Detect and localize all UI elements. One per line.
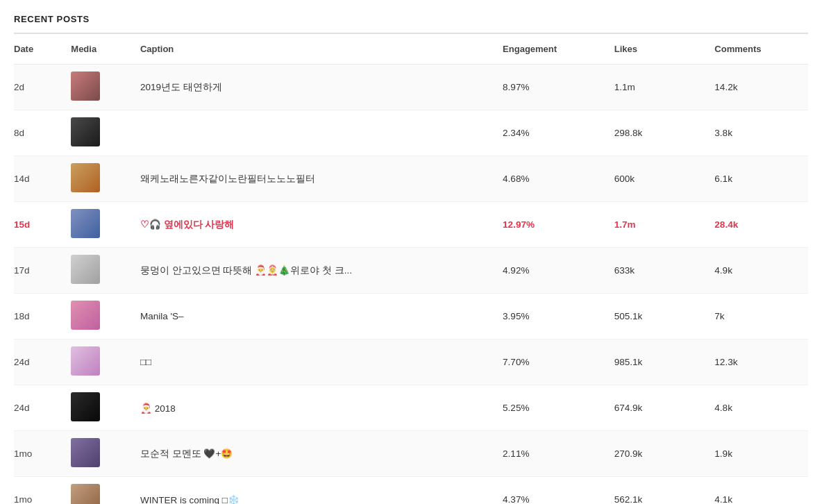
- cell-likes: 1.1m: [607, 65, 708, 110]
- cell-media: [64, 385, 133, 431]
- cell-media: [64, 202, 133, 248]
- cell-engagement: 4.37%: [496, 477, 607, 505]
- table-row[interactable]: 24d🎅 20185.25%674.9k4.8k: [14, 385, 808, 431]
- cell-date: 2d: [14, 65, 64, 110]
- cell-media: [64, 65, 133, 110]
- media-thumbnail: [71, 117, 100, 146]
- cell-caption: □□: [133, 339, 496, 385]
- cell-likes: 505.1k: [607, 294, 708, 339]
- media-thumbnail: [71, 438, 100, 467]
- media-thumbnail: [71, 301, 100, 330]
- table-row[interactable]: 1mo모순적 모멘또 🖤+🤩2.11%270.9k1.9k: [14, 431, 808, 477]
- cell-caption: Manila 'S–: [133, 294, 496, 339]
- cell-date: 18d: [14, 294, 64, 339]
- media-thumbnail: [71, 484, 100, 504]
- cell-caption: ♡🎧 옆에있다 사랑해: [133, 202, 496, 248]
- table-body: 2d2019년도 태연하게8.97%1.1m14.2k8d2.34%298.8k…: [14, 65, 808, 505]
- cell-caption: 2019년도 태연하게: [133, 65, 496, 110]
- cell-media: [64, 156, 133, 202]
- cell-date: 24d: [14, 385, 64, 431]
- media-thumbnail: [71, 255, 100, 284]
- table-row[interactable]: 17d뭉멍이 안고있으면 따뜻해 🎅🤶🎄위로야 첫 크...4.92%633k4…: [14, 248, 808, 294]
- cell-comments: 3.8k: [707, 110, 808, 156]
- cell-comments: 7k: [707, 294, 808, 339]
- cell-media: [64, 477, 133, 505]
- cell-comments: 4.1k: [707, 477, 808, 505]
- cell-date: 1mo: [14, 477, 64, 505]
- cell-caption: WINTER is coming □❄️: [133, 477, 496, 505]
- cell-engagement: 8.97%: [496, 65, 607, 110]
- cell-media: [64, 110, 133, 156]
- cell-date: 24d: [14, 339, 64, 385]
- cell-likes: 633k: [607, 248, 708, 294]
- cell-engagement: 7.70%: [496, 339, 607, 385]
- col-header-date: Date: [14, 34, 64, 65]
- cell-engagement: 3.95%: [496, 294, 607, 339]
- cell-likes: 674.9k: [607, 385, 708, 431]
- cell-date: 1mo: [14, 431, 64, 477]
- cell-likes: 985.1k: [607, 339, 708, 385]
- col-header-engagement: Engagement: [496, 34, 607, 65]
- section-title: RECENT POSTS: [14, 14, 808, 34]
- cell-comments: 12.3k: [707, 339, 808, 385]
- media-thumbnail: [71, 392, 100, 421]
- cell-engagement: 2.34%: [496, 110, 607, 156]
- media-thumbnail: [71, 209, 100, 238]
- cell-date: 15d: [14, 202, 64, 248]
- cell-engagement: 5.25%: [496, 385, 607, 431]
- cell-date: 17d: [14, 248, 64, 294]
- table-row[interactable]: 2d2019년도 태연하게8.97%1.1m14.2k: [14, 65, 808, 110]
- cell-engagement: 4.68%: [496, 156, 607, 202]
- table-row[interactable]: 24d□□7.70%985.1k12.3k: [14, 339, 808, 385]
- table-row[interactable]: 15d♡🎧 옆에있다 사랑해12.97%1.7m28.4k: [14, 202, 808, 248]
- cell-likes: 562.1k: [607, 477, 708, 505]
- media-thumbnail: [71, 346, 100, 376]
- table-row[interactable]: 18dManila 'S–3.95%505.1k7k: [14, 294, 808, 339]
- cell-comments: 6.1k: [707, 156, 808, 202]
- cell-media: [64, 294, 133, 339]
- cell-caption: 🎅 2018: [133, 385, 496, 431]
- media-thumbnail: [71, 163, 100, 192]
- cell-caption: 왜케노래노른자같이노란필터노노노필터: [133, 156, 496, 202]
- cell-media: [64, 339, 133, 385]
- cell-media: [64, 248, 133, 294]
- cell-likes: 600k: [607, 156, 708, 202]
- cell-date: 14d: [14, 156, 64, 202]
- cell-likes: 298.8k: [607, 110, 708, 156]
- cell-comments: 4.8k: [707, 385, 808, 431]
- media-thumbnail: [71, 72, 100, 101]
- table-row[interactable]: 8d2.34%298.8k3.8k: [14, 110, 808, 156]
- col-header-caption: Caption: [133, 34, 496, 65]
- recent-posts-table: Date Media Caption Engagement Likes Comm…: [14, 34, 808, 504]
- cell-comments: 14.2k: [707, 65, 808, 110]
- cell-engagement: 4.92%: [496, 248, 607, 294]
- cell-caption: 모순적 모멘또 🖤+🤩: [133, 431, 496, 477]
- cell-likes: 1.7m: [607, 202, 708, 248]
- table-header-row: Date Media Caption Engagement Likes Comm…: [14, 34, 808, 65]
- cell-engagement: 12.97%: [496, 202, 607, 248]
- cell-comments: 1.9k: [707, 431, 808, 477]
- col-header-comments: Comments: [707, 34, 808, 65]
- table-row[interactable]: 14d왜케노래노른자같이노란필터노노노필터4.68%600k6.1k: [14, 156, 808, 202]
- col-header-media: Media: [64, 34, 133, 65]
- cell-comments: 28.4k: [707, 202, 808, 248]
- cell-engagement: 2.11%: [496, 431, 607, 477]
- col-header-likes: Likes: [607, 34, 708, 65]
- cell-likes: 270.9k: [607, 431, 708, 477]
- cell-comments: 4.9k: [707, 248, 808, 294]
- table-row[interactable]: 1moWINTER is coming □❄️4.37%562.1k4.1k: [14, 477, 808, 505]
- cell-caption: 뭉멍이 안고있으면 따뜻해 🎅🤶🎄위로야 첫 크...: [133, 248, 496, 294]
- cell-media: [64, 431, 133, 477]
- cell-caption: [133, 110, 496, 156]
- cell-date: 8d: [14, 110, 64, 156]
